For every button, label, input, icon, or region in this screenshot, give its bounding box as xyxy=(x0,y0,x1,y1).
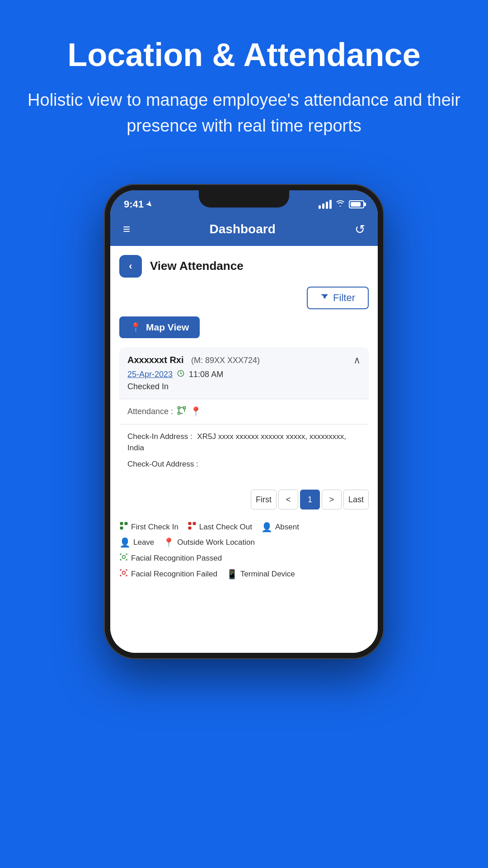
navbar-title: Dashboard xyxy=(210,222,276,236)
checked-in-status: Checked In xyxy=(127,382,361,392)
facial-failed-icon xyxy=(119,568,128,580)
location-arrow-icon: ➤ xyxy=(144,199,155,209)
svg-rect-13 xyxy=(188,527,192,530)
legend-row-3: Facial Recognition Passed xyxy=(119,552,369,564)
employee-row: Axxxxxxt Rxi (M: 89XX XXX724) ∧ xyxy=(127,354,361,366)
filter-icon xyxy=(320,292,328,303)
checkout-address-label: Check-Out Address : xyxy=(127,460,198,468)
legend-last-checkout-label: Last Check Out xyxy=(199,523,252,532)
hero-title: Location & Attendance xyxy=(27,36,461,74)
phone-outer: 9:41 ➤ xyxy=(104,184,384,659)
map-view-row: 📍 Map View xyxy=(119,316,369,338)
legend-row-1: First Check In Last Check Out xyxy=(119,521,369,533)
date-link[interactable]: 25-Apr-2023 xyxy=(127,370,173,379)
app-navbar: ≡ Dashboard ↺ xyxy=(110,215,378,246)
legend-facial-passed-label: Facial Recognition Passed xyxy=(131,554,222,563)
map-view-label: Map View xyxy=(146,322,189,333)
pagination-current[interactable]: 1 xyxy=(300,490,320,509)
legend-absent-label: Absent xyxy=(275,523,299,532)
legend-terminal-device-label: Terminal Device xyxy=(240,570,295,579)
legend-outside-work-location: 📍 Outside Work Location xyxy=(163,537,255,548)
employee-mobile: (M: 89XX XXX724) xyxy=(191,356,260,365)
legend-facial-failed: Facial Recognition Failed xyxy=(119,568,217,580)
facial-scan-icon xyxy=(177,406,187,418)
wifi-icon xyxy=(335,199,345,209)
legend-outside-work-location-label: Outside Work Location xyxy=(177,538,255,547)
controls-row: Filter xyxy=(119,287,369,309)
svg-rect-8 xyxy=(120,522,123,525)
svg-rect-10 xyxy=(120,527,123,530)
legend-facial-passed: Facial Recognition Passed xyxy=(119,552,222,564)
legend-terminal-device: 📱 Terminal Device xyxy=(226,569,295,580)
page-title: View Attendance xyxy=(150,259,244,273)
status-icons xyxy=(319,199,364,209)
checkin-address-label: Check-In Address : xyxy=(127,432,192,441)
legend-first-checkin: First Check In xyxy=(119,521,178,533)
battery-icon xyxy=(349,200,364,208)
legend-absent: 👤 Absent xyxy=(261,522,299,533)
legend-first-checkin-label: First Check In xyxy=(131,523,178,532)
attendance-label: Attendance : xyxy=(127,406,361,418)
employee-info: Axxxxxxt Rxi (M: 89XX XXX724) xyxy=(127,355,260,365)
legend: First Check In Last Check Out xyxy=(119,517,369,580)
first-checkin-icon xyxy=(119,521,128,533)
pagination-last[interactable]: Last xyxy=(343,490,369,509)
checkout-address-line: Check-Out Address : xyxy=(127,458,361,470)
filter-button[interactable]: Filter xyxy=(307,287,369,309)
phone-screen: 9:41 ➤ xyxy=(110,190,378,653)
phone-wrapper: 9:41 ➤ xyxy=(0,184,488,686)
back-button[interactable]: ‹ xyxy=(119,255,142,278)
svg-point-14 xyxy=(122,556,126,559)
checkin-time: 11:08 AM xyxy=(189,370,223,379)
hero-section: Location & Attendance Holistic view to m… xyxy=(0,0,488,157)
card-header: Axxxxxxt Rxi (M: 89XX XXX724) ∧ 25-Apr-2… xyxy=(119,347,369,399)
last-checkout-icon xyxy=(188,521,197,533)
pagination-first[interactable]: First xyxy=(251,490,277,509)
svg-rect-12 xyxy=(193,522,196,525)
checkin-address-section: Check-In Address : XR5J xxxx xxxxxx xxxx… xyxy=(119,424,369,481)
clock-icon xyxy=(177,370,184,379)
pagination-prev[interactable]: < xyxy=(278,490,298,509)
view-attendance-header: ‹ View Attendance xyxy=(119,255,369,278)
svg-point-15 xyxy=(122,571,126,575)
pagination-next[interactable]: > xyxy=(322,490,342,509)
leave-icon: 👤 xyxy=(119,537,131,548)
facial-passed-icon xyxy=(119,552,128,564)
legend-row-2: 👤 Leave 📍 Outside Work Location xyxy=(119,537,369,548)
date-row: 25-Apr-2023 11:08 AM xyxy=(127,370,361,379)
attendance-card: Axxxxxxt Rxi (M: 89XX XXX724) ∧ 25-Apr-2… xyxy=(119,347,369,481)
notch xyxy=(199,190,289,208)
map-icon: 📍 xyxy=(130,322,141,333)
filter-label: Filter xyxy=(333,292,355,304)
signal-bars-icon xyxy=(319,200,332,209)
pagination: First < 1 > Last xyxy=(119,490,369,509)
map-view-button[interactable]: 📍 Map View xyxy=(119,316,200,338)
legend-last-checkout: Last Check Out xyxy=(188,521,252,533)
outside-location-icon: 📍 xyxy=(163,537,174,548)
status-time: 9:41 ➤ xyxy=(124,198,152,210)
terminal-device-icon: 📱 xyxy=(226,569,238,580)
svg-rect-1 xyxy=(178,407,180,409)
attendance-detail: Attendance : xyxy=(119,399,369,424)
legend-leave-label: Leave xyxy=(133,538,154,547)
svg-rect-3 xyxy=(178,412,180,414)
location-pin-icon: 📍 xyxy=(190,406,202,417)
svg-rect-9 xyxy=(125,522,128,525)
hamburger-icon[interactable]: ≡ xyxy=(123,223,130,236)
app-content: ‹ View Attendance Filter xyxy=(110,246,378,653)
checkin-address-line: Check-In Address : XR5J xxxx xxxxxx xxxx… xyxy=(127,431,361,454)
absent-icon: 👤 xyxy=(261,522,272,533)
chevron-up-icon[interactable]: ∧ xyxy=(353,354,361,366)
legend-facial-failed-label: Facial Recognition Failed xyxy=(131,570,217,579)
legend-leave: 👤 Leave xyxy=(119,537,154,548)
svg-rect-11 xyxy=(188,522,192,525)
legend-row-4: Facial Recognition Failed 📱 Terminal Dev… xyxy=(119,568,369,580)
employee-name: Axxxxxxt Rxi xyxy=(127,355,184,365)
hero-subtitle: Holistic view to manage employee's atten… xyxy=(27,87,461,139)
svg-rect-2 xyxy=(183,407,186,409)
refresh-icon[interactable]: ↺ xyxy=(355,222,365,237)
status-bar: 9:41 ➤ xyxy=(110,190,378,215)
